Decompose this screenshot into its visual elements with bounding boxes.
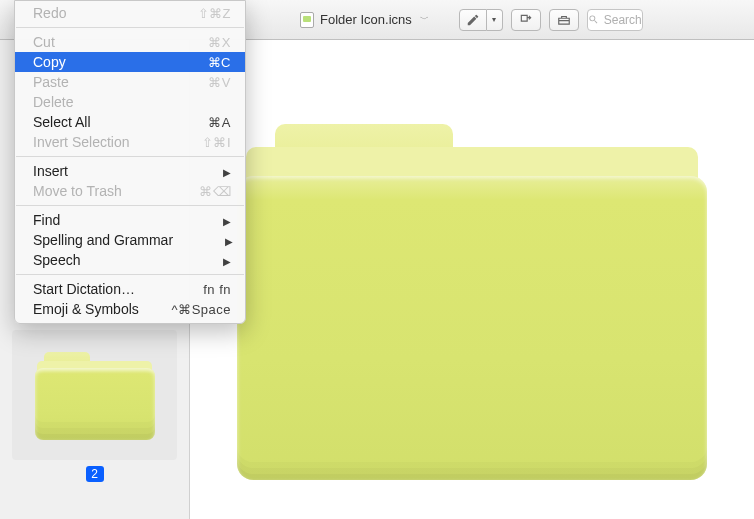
menu-item-insert[interactable]: Insert▶ [15, 161, 245, 181]
folder-icon [237, 110, 707, 480]
menu-item-delete: Delete [15, 92, 245, 112]
menu-item-label: Copy [33, 54, 171, 70]
menu-item-label: Invert Selection [33, 134, 171, 150]
menu-item-label: Paste [33, 74, 171, 90]
menu-item-cut: Cut⌘X [15, 32, 245, 52]
thumbnail-page-number: 2 [86, 466, 104, 482]
markup-button[interactable] [459, 9, 487, 31]
menu-item-select-all[interactable]: Select All⌘A [15, 112, 245, 132]
menu-separator [16, 274, 244, 275]
file-type-icon [300, 12, 314, 28]
submenu-arrow-icon: ▶ [173, 233, 233, 248]
thumbnail-item[interactable] [12, 330, 177, 460]
menu-item-redo: Redo⇧⌘Z [15, 3, 245, 23]
menu-item-label: Delete [33, 94, 171, 110]
menu-item-label: Emoji & Symbols [33, 301, 171, 317]
search-input[interactable]: Search [587, 9, 643, 31]
menu-item-speech[interactable]: Speech▶ [15, 250, 245, 270]
toolbox-icon [557, 13, 571, 27]
menu-item-label: Move to Trash [33, 183, 171, 199]
menu-item-find[interactable]: Find▶ [15, 210, 245, 230]
menu-item-shortcut: ⌘⌫ [171, 184, 231, 199]
document-title-label: Folder Icon.icns [320, 12, 412, 27]
chevron-down-icon: ﹀ [420, 13, 429, 26]
search-icon [588, 14, 599, 25]
menu-item-paste: Paste⌘V [15, 72, 245, 92]
edit-button-group: ▾ [459, 9, 503, 31]
menu-item-label: Find [33, 212, 171, 228]
menu-item-shortcut: ⇧⌘I [171, 135, 231, 150]
menu-item-copy[interactable]: Copy⌘C [15, 52, 245, 72]
menu-item-label: Speech [33, 252, 171, 268]
menu-item-shortcut: ^⌘Space [171, 302, 231, 317]
search-placeholder: Search [604, 13, 642, 27]
submenu-arrow-icon: ▶ [171, 164, 231, 179]
menu-item-spelling-and-grammar[interactable]: Spelling and Grammar▶ [15, 230, 245, 250]
menu-item-label: Insert [33, 163, 171, 179]
menu-item-shortcut: ⌘V [171, 75, 231, 90]
menu-item-move-to-trash: Move to Trash⌘⌫ [15, 181, 245, 201]
menu-item-label: Start Dictation… [33, 281, 171, 297]
menu-item-label: Cut [33, 34, 171, 50]
menu-separator [16, 205, 244, 206]
menu-separator [16, 156, 244, 157]
markup-dropdown[interactable]: ▾ [487, 9, 503, 31]
submenu-arrow-icon: ▶ [171, 213, 231, 228]
menu-item-start-dictation[interactable]: Start Dictation…fn fn [15, 279, 245, 299]
menu-item-label: Redo [33, 5, 171, 21]
submenu-arrow-icon: ▶ [171, 253, 231, 268]
pencil-icon [466, 13, 480, 27]
rotate-icon [519, 13, 533, 27]
menu-item-label: Spelling and Grammar [33, 232, 173, 248]
menu-item-emoji-symbols[interactable]: Emoji & Symbols^⌘Space [15, 299, 245, 319]
folder-icon [35, 350, 155, 440]
menu-item-shortcut: ⌘A [171, 115, 231, 130]
menu-item-shortcut: ⌘X [171, 35, 231, 50]
edit-context-menu: Redo⇧⌘ZCut⌘XCopy⌘CPaste⌘VDeleteSelect Al… [14, 0, 246, 324]
menu-item-invert-selection: Invert Selection⇧⌘I [15, 132, 245, 152]
rotate-button[interactable] [511, 9, 541, 31]
menu-item-shortcut: ⇧⌘Z [171, 6, 231, 21]
preview-area [190, 40, 754, 519]
menu-item-shortcut: ⌘C [171, 55, 231, 70]
menu-item-shortcut: fn fn [171, 282, 231, 297]
toolbar-buttons: ▾ Search [459, 9, 653, 31]
document-title[interactable]: Folder Icon.icns ﹀ [300, 12, 429, 28]
share-button[interactable] [549, 9, 579, 31]
menu-separator [16, 27, 244, 28]
menu-item-label: Select All [33, 114, 171, 130]
